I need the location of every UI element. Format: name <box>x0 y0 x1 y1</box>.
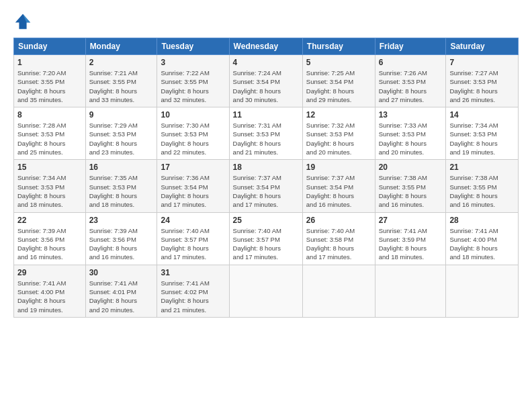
day-number: 22 <box>17 216 82 225</box>
calendar-cell: 17Sunrise: 7:36 AM Sunset: 3:54 PM Dayli… <box>157 160 229 212</box>
calendar-cell: 25Sunrise: 7:40 AM Sunset: 3:57 PM Dayli… <box>229 212 302 265</box>
day-number: 13 <box>379 110 443 120</box>
calendar-cell: 2Sunrise: 7:21 AM Sunset: 3:55 PM Daylig… <box>85 55 157 107</box>
calendar-cell: 16Sunrise: 7:35 AM Sunset: 3:53 PM Dayli… <box>85 160 157 212</box>
calendar-cell: 21Sunrise: 7:38 AM Sunset: 3:55 PM Dayli… <box>446 160 519 212</box>
day-info: Sunrise: 7:28 AM Sunset: 3:53 PM Dayligh… <box>17 121 82 156</box>
calendar-cell: 3Sunrise: 7:22 AM Sunset: 3:55 PM Daylig… <box>157 55 229 107</box>
day-info: Sunrise: 7:26 AM Sunset: 3:53 PM Dayligh… <box>379 68 443 104</box>
day-info: Sunrise: 7:38 AM Sunset: 3:55 PM Dayligh… <box>449 173 515 209</box>
day-number: 26 <box>306 216 371 225</box>
day-number: 3 <box>161 58 225 67</box>
calendar-cell: 27Sunrise: 7:41 AM Sunset: 3:59 PM Dayli… <box>375 212 446 265</box>
calendar-header-monday: Monday <box>85 38 157 55</box>
day-number: 20 <box>379 163 443 172</box>
day-info: Sunrise: 7:41 AM Sunset: 4:00 PM Dayligh… <box>17 279 82 314</box>
day-info: Sunrise: 7:31 AM Sunset: 3:53 PM Dayligh… <box>233 121 299 156</box>
day-info: Sunrise: 7:32 AM Sunset: 3:53 PM Dayligh… <box>306 121 371 156</box>
calendar-cell <box>375 265 446 317</box>
calendar-cell: 8Sunrise: 7:28 AM Sunset: 3:53 PM Daylig… <box>14 107 86 160</box>
calendar-cell: 4Sunrise: 7:24 AM Sunset: 3:54 PM Daylig… <box>229 55 302 107</box>
day-number: 16 <box>89 163 154 172</box>
day-number: 28 <box>449 216 515 225</box>
day-info: Sunrise: 7:25 AM Sunset: 3:54 PM Dayligh… <box>306 68 371 104</box>
calendar-header-friday: Friday <box>375 38 446 55</box>
day-info: Sunrise: 7:40 AM Sunset: 3:58 PM Dayligh… <box>306 226 371 262</box>
calendar-week-4: 22Sunrise: 7:39 AM Sunset: 3:56 PM Dayli… <box>14 212 519 265</box>
calendar-cell: 1Sunrise: 7:20 AM Sunset: 3:55 PM Daylig… <box>14 55 86 107</box>
day-info: Sunrise: 7:36 AM Sunset: 3:54 PM Dayligh… <box>161 173 225 209</box>
day-number: 11 <box>233 110 299 120</box>
calendar-cell: 22Sunrise: 7:39 AM Sunset: 3:56 PM Dayli… <box>14 212 86 265</box>
day-number: 6 <box>379 58 443 67</box>
day-number: 24 <box>161 216 225 225</box>
day-number: 14 <box>449 110 515 120</box>
day-number: 12 <box>306 110 371 120</box>
calendar-cell: 15Sunrise: 7:34 AM Sunset: 3:53 PM Dayli… <box>14 160 86 212</box>
calendar-cell: 29Sunrise: 7:41 AM Sunset: 4:00 PM Dayli… <box>14 265 86 317</box>
day-info: Sunrise: 7:34 AM Sunset: 3:53 PM Dayligh… <box>449 121 515 156</box>
day-number: 8 <box>17 110 82 120</box>
calendar-header-saturday: Saturday <box>446 38 519 55</box>
calendar-header-tuesday: Tuesday <box>157 38 229 55</box>
day-info: Sunrise: 7:37 AM Sunset: 3:54 PM Dayligh… <box>306 173 371 209</box>
day-info: Sunrise: 7:37 AM Sunset: 3:54 PM Dayligh… <box>233 173 299 209</box>
day-info: Sunrise: 7:40 AM Sunset: 3:57 PM Dayligh… <box>233 226 299 262</box>
day-number: 18 <box>233 163 299 172</box>
day-info: Sunrise: 7:40 AM Sunset: 3:57 PM Dayligh… <box>161 226 225 262</box>
day-number: 19 <box>306 163 371 172</box>
day-info: Sunrise: 7:39 AM Sunset: 3:56 PM Dayligh… <box>89 226 154 262</box>
calendar-week-2: 8Sunrise: 7:28 AM Sunset: 3:53 PM Daylig… <box>14 107 519 160</box>
day-info: Sunrise: 7:35 AM Sunset: 3:53 PM Dayligh… <box>89 173 154 209</box>
day-number: 10 <box>161 110 225 120</box>
day-info: Sunrise: 7:21 AM Sunset: 3:55 PM Dayligh… <box>89 68 154 104</box>
calendar-cell <box>446 265 519 317</box>
calendar-cell: 13Sunrise: 7:33 AM Sunset: 3:53 PM Dayli… <box>375 107 446 160</box>
calendar-week-3: 15Sunrise: 7:34 AM Sunset: 3:53 PM Dayli… <box>14 160 519 212</box>
calendar-cell: 26Sunrise: 7:40 AM Sunset: 3:58 PM Dayli… <box>302 212 375 265</box>
page: SundayMondayTuesdayWednesdayThursdayFrid… <box>0 0 532 324</box>
calendar-header-wednesday: Wednesday <box>229 38 302 55</box>
day-info: Sunrise: 7:20 AM Sunset: 3:55 PM Dayligh… <box>17 68 82 104</box>
calendar-week-1: 1Sunrise: 7:20 AM Sunset: 3:55 PM Daylig… <box>14 55 519 107</box>
day-info: Sunrise: 7:33 AM Sunset: 3:53 PM Dayligh… <box>379 121 443 156</box>
day-number: 30 <box>89 268 154 277</box>
calendar-cell: 7Sunrise: 7:27 AM Sunset: 3:53 PM Daylig… <box>446 55 519 107</box>
day-number: 4 <box>233 58 299 67</box>
day-number: 31 <box>161 268 225 277</box>
calendar-cell: 14Sunrise: 7:34 AM Sunset: 3:53 PM Dayli… <box>446 107 519 160</box>
calendar-header-row: SundayMondayTuesdayWednesdayThursdayFrid… <box>14 38 519 55</box>
day-number: 15 <box>17 163 82 172</box>
calendar-cell: 10Sunrise: 7:30 AM Sunset: 3:53 PM Dayli… <box>157 107 229 160</box>
calendar-cell <box>302 265 375 317</box>
logo-icon <box>13 12 32 31</box>
calendar-cell: 5Sunrise: 7:25 AM Sunset: 3:54 PM Daylig… <box>302 55 375 107</box>
calendar-cell: 6Sunrise: 7:26 AM Sunset: 3:53 PM Daylig… <box>375 55 446 107</box>
day-number: 9 <box>89 110 154 120</box>
calendar-cell: 11Sunrise: 7:31 AM Sunset: 3:53 PM Dayli… <box>229 107 302 160</box>
calendar-cell: 9Sunrise: 7:29 AM Sunset: 3:53 PM Daylig… <box>85 107 157 160</box>
day-number: 5 <box>306 58 371 67</box>
day-info: Sunrise: 7:38 AM Sunset: 3:55 PM Dayligh… <box>379 173 443 209</box>
day-number: 17 <box>161 163 225 172</box>
day-info: Sunrise: 7:29 AM Sunset: 3:53 PM Dayligh… <box>89 121 154 156</box>
day-info: Sunrise: 7:34 AM Sunset: 3:53 PM Dayligh… <box>17 173 82 209</box>
calendar: SundayMondayTuesdayWednesdayThursdayFrid… <box>13 38 519 318</box>
calendar-week-5: 29Sunrise: 7:41 AM Sunset: 4:00 PM Dayli… <box>14 265 519 317</box>
calendar-header-thursday: Thursday <box>302 38 375 55</box>
calendar-cell <box>229 265 302 317</box>
calendar-cell: 12Sunrise: 7:32 AM Sunset: 3:53 PM Dayli… <box>302 107 375 160</box>
day-number: 21 <box>449 163 515 172</box>
calendar-header-sunday: Sunday <box>14 38 86 55</box>
day-info: Sunrise: 7:22 AM Sunset: 3:55 PM Dayligh… <box>161 68 225 104</box>
day-info: Sunrise: 7:30 AM Sunset: 3:53 PM Dayligh… <box>161 121 225 156</box>
day-number: 2 <box>89 58 154 67</box>
calendar-cell: 24Sunrise: 7:40 AM Sunset: 3:57 PM Dayli… <box>157 212 229 265</box>
calendar-cell: 23Sunrise: 7:39 AM Sunset: 3:56 PM Dayli… <box>85 212 157 265</box>
calendar-cell: 20Sunrise: 7:38 AM Sunset: 3:55 PM Dayli… <box>375 160 446 212</box>
calendar-cell: 30Sunrise: 7:41 AM Sunset: 4:01 PM Dayli… <box>85 265 157 317</box>
day-number: 23 <box>89 216 154 225</box>
logo <box>13 12 35 31</box>
day-info: Sunrise: 7:39 AM Sunset: 3:56 PM Dayligh… <box>17 226 82 262</box>
header <box>13 12 519 31</box>
